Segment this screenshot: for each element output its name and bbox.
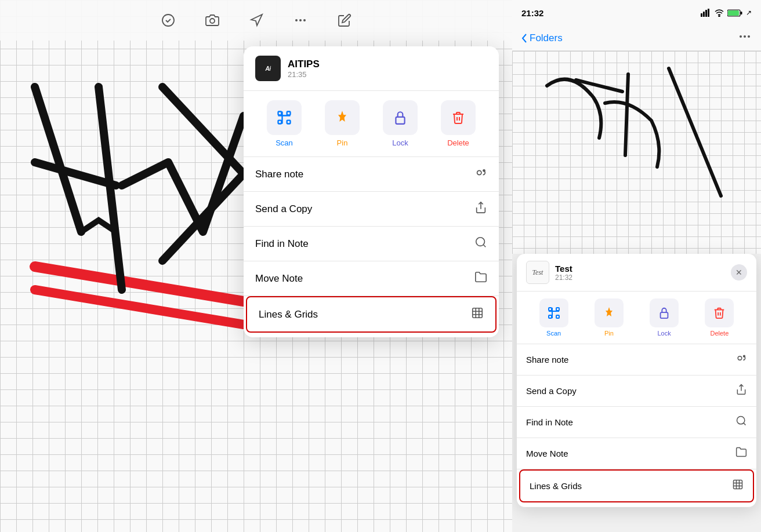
compose-icon[interactable] <box>334 10 355 31</box>
svg-rect-23 <box>728 10 739 16</box>
iphone-delete-button[interactable]: Delete <box>705 298 734 337</box>
iphone-find-in-note-text: Find in Note <box>526 417 573 427</box>
find-in-note-item[interactable]: Find in Note <box>244 227 499 261</box>
iphone-delete-label: Delete <box>710 330 729 337</box>
iphone-send-copy-text: Send a Copy <box>526 386 577 396</box>
svg-point-4 <box>299 19 302 21</box>
svg-point-3 <box>295 19 298 21</box>
send-copy-text: Send a Copy <box>255 203 312 215</box>
iphone-lock-label: Lock <box>658 330 671 337</box>
right-panel: 21:32 ↗ <box>512 0 761 532</box>
svg-point-1 <box>210 19 215 23</box>
popup-time: 21:35 <box>288 70 320 79</box>
iphone-delete-icon <box>705 298 734 327</box>
svg-rect-18 <box>705 10 707 17</box>
svg-point-14 <box>476 238 485 246</box>
scan-label: Scan <box>276 139 293 147</box>
svg-rect-31 <box>661 312 668 318</box>
lines-grids-item[interactable]: Lines & Grids <box>246 296 497 333</box>
svg-rect-8 <box>278 121 282 124</box>
iphone-share-note-item[interactable]: Share note <box>517 344 756 376</box>
share-note-text: Share note <box>255 169 303 180</box>
battery-icon <box>727 9 742 17</box>
iphone-lines-grids-icon <box>732 479 744 493</box>
svg-point-12 <box>483 169 485 172</box>
svg-rect-28 <box>556 308 559 311</box>
move-note-icon <box>474 271 487 286</box>
back-chevron-icon <box>521 34 527 43</box>
delete-icon-bg <box>441 100 476 135</box>
send-copy-icon <box>474 201 487 217</box>
iphone-pin-label: Pin <box>604 330 614 337</box>
top-toolbar <box>0 0 512 41</box>
popup-author-name: AITIPS <box>288 59 320 70</box>
note-thumbnail: Test <box>526 261 549 284</box>
wifi-icon <box>715 9 724 17</box>
move-note-item[interactable]: Move Note <box>244 261 499 296</box>
ellipsis-icon[interactable] <box>290 10 311 31</box>
iphone-find-in-note-item[interactable]: Find in Note <box>517 407 756 438</box>
iphone-pin-button[interactable]: Pin <box>595 298 624 337</box>
delete-button[interactable]: Delete <box>438 100 479 147</box>
iphone-lines-grids-text: Lines & Grids <box>530 481 582 491</box>
iphone-action-row: Scan Pin Lock <box>517 291 756 344</box>
svg-rect-16 <box>701 13 702 17</box>
iphone-find-in-note-icon <box>735 415 747 429</box>
iphone-scan-button[interactable]: Scan <box>539 298 568 337</box>
move-note-text: Move Note <box>255 273 303 285</box>
svg-point-20 <box>719 16 720 17</box>
svg-point-35 <box>737 417 745 424</box>
lock-icon-bg <box>383 100 418 135</box>
iphone-popup-header: Test Test 21:32 ✕ <box>517 254 756 291</box>
note-thumb-text: Test <box>532 268 543 277</box>
iphone-scan-label: Scan <box>546 330 561 337</box>
location-icon: ↗ <box>746 9 752 17</box>
pin-button[interactable]: Pin <box>322 100 363 147</box>
status-icons: ↗ <box>701 9 752 17</box>
svg-point-33 <box>743 355 745 358</box>
checkmark-icon[interactable] <box>158 10 179 31</box>
iphone-share-note-text: Share note <box>526 355 568 365</box>
find-in-note-icon <box>474 236 487 252</box>
back-button[interactable]: Folders <box>521 32 563 44</box>
iphone-note-title: Test <box>555 264 572 274</box>
lines-grids-icon <box>471 307 484 322</box>
popup-header: Ai AITIPS 21:35 <box>244 46 499 91</box>
delete-label: Delete <box>447 139 469 147</box>
iphone-share-note-icon <box>735 352 747 367</box>
iphone-popup-time: 21:32 <box>555 274 572 282</box>
close-button[interactable]: ✕ <box>731 264 747 280</box>
svg-point-5 <box>303 19 306 21</box>
svg-rect-36 <box>734 480 742 489</box>
iphone-pin-icon <box>595 298 624 327</box>
iphone-move-note-text: Move Note <box>526 449 568 458</box>
share-note-item[interactable]: Share note <box>244 157 499 192</box>
signal-icon <box>701 9 711 17</box>
svg-point-0 <box>162 14 174 26</box>
iphone-nav-bar: Folders <box>512 25 761 51</box>
send-copy-item[interactable]: Send a Copy <box>244 192 499 227</box>
svg-rect-22 <box>741 12 742 14</box>
nav-more-button[interactable] <box>738 30 752 47</box>
iphone-lock-button[interactable]: Lock <box>650 298 679 337</box>
pin-icon-bg <box>325 100 360 135</box>
iphone-send-copy-item[interactable]: Send a Copy <box>517 376 756 407</box>
share-note-icon <box>474 166 487 182</box>
iphone-lines-grids-item[interactable]: Lines & Grids <box>519 469 754 502</box>
iphone-note-area <box>512 51 761 254</box>
lock-button[interactable]: Lock <box>380 100 421 147</box>
camera-icon[interactable] <box>202 10 223 31</box>
lock-label: Lock <box>392 139 408 147</box>
iphone-move-note-item[interactable]: Move Note <box>517 438 756 469</box>
iphone-popup-menu: Test Test 21:32 ✕ Sca <box>517 254 756 507</box>
svg-rect-17 <box>703 12 705 17</box>
scan-button[interactable]: Scan <box>264 100 305 147</box>
svg-point-11 <box>477 170 481 174</box>
scan-icon-bg <box>267 100 302 135</box>
iphone-handwriting <box>512 51 752 254</box>
svg-point-26 <box>748 35 750 38</box>
iphone-scan-icon <box>539 298 568 327</box>
navigation-icon[interactable] <box>246 10 267 31</box>
svg-rect-6 <box>278 112 282 115</box>
svg-rect-27 <box>549 308 552 311</box>
